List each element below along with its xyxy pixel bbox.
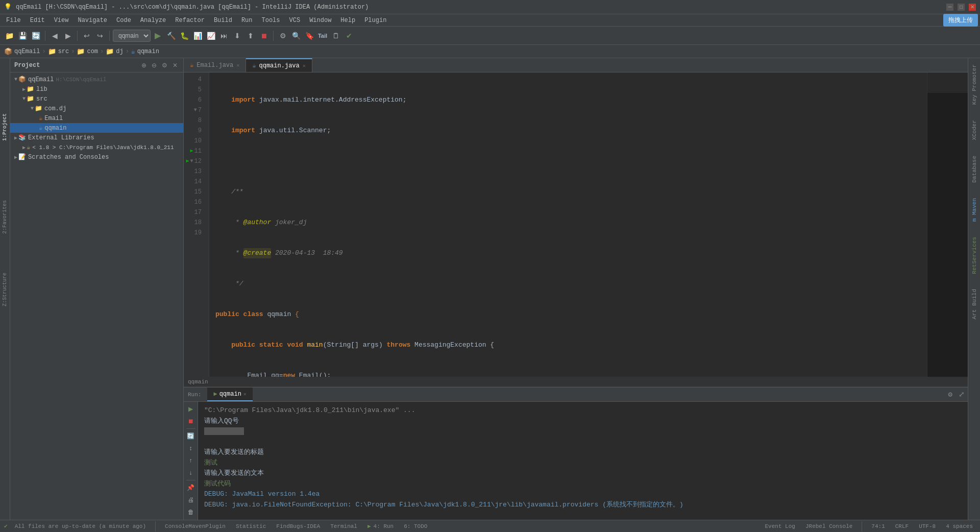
status-todo[interactable]: 6: TODO: [401, 523, 430, 529]
run-scroll-btn[interactable]: ↕: [186, 443, 196, 453]
run-config-dropdown[interactable]: qqmain: [113, 30, 151, 42]
status-position[interactable]: 74:1: [868, 523, 888, 529]
bookmark-button[interactable]: 🔖: [303, 30, 315, 42]
tab-qqmain-close[interactable]: ✕: [303, 63, 306, 69]
project-icon[interactable]: 📁: [3, 30, 15, 42]
tab-email-close[interactable]: ✕: [236, 62, 239, 68]
menu-build[interactable]: Build: [210, 16, 236, 25]
stop-button[interactable]: ⏹: [258, 30, 270, 42]
status-terminal[interactable]: Terminal: [327, 523, 360, 529]
tree-qqmain[interactable]: ☕ qqmain: [10, 123, 183, 133]
menu-view[interactable]: View: [50, 16, 73, 25]
redo-button[interactable]: ↪: [94, 30, 106, 42]
panel-settings-btn[interactable]: ⚙: [160, 61, 169, 69]
save-button[interactable]: 💾: [16, 30, 29, 42]
step-into-button[interactable]: ⬇: [231, 30, 243, 42]
right-tab-xcoder[interactable]: XCoder: [970, 116, 978, 144]
breadcrumb-file[interactable]: qqmain: [137, 48, 159, 55]
menu-refactor[interactable]: Refactor: [171, 16, 209, 25]
tree-src[interactable]: ▼ 📁 src: [10, 94, 183, 104]
status-statistic[interactable]: Statistic: [233, 523, 269, 529]
sidebar-tab-project[interactable]: 1:Project: [1, 109, 9, 145]
menu-file[interactable]: File: [2, 16, 25, 25]
run-tab-label[interactable]: Run:: [184, 388, 207, 401]
close-button[interactable]: ✕: [969, 4, 976, 11]
run-tab-close[interactable]: ✕: [243, 391, 247, 397]
status-run[interactable]: ▶4: Run: [364, 523, 397, 529]
menu-run[interactable]: Run: [237, 16, 257, 25]
fold-7[interactable]: ▼: [194, 105, 197, 115]
menu-analyze[interactable]: Analyze: [136, 16, 170, 25]
status-console-maven[interactable]: ConsoleMavenPlugin: [162, 523, 229, 529]
run-up-btn[interactable]: ↑: [186, 455, 196, 466]
run-tab-qqmain[interactable]: ▶ qqmain ✕: [207, 388, 252, 401]
run-settings-btn[interactable]: ⚙: [945, 389, 955, 400]
coverage-button[interactable]: 📊: [191, 30, 204, 42]
tree-lib[interactable]: ▶ 📁 lib: [10, 84, 183, 94]
fold-12[interactable]: ▼: [190, 156, 193, 166]
run-rerun-btn[interactable]: 🔄: [186, 431, 196, 441]
run-trash-btn[interactable]: 🗑: [186, 507, 196, 517]
sidebar-tab-favorites[interactable]: 2:Favorites: [1, 196, 9, 238]
right-tab-retservices[interactable]: RetServices: [970, 233, 978, 278]
breadcrumb-src[interactable]: src: [58, 48, 69, 55]
build-button[interactable]: 🔨: [165, 30, 177, 42]
run-play-btn[interactable]: ▶: [186, 404, 196, 414]
panel-collapse-btn[interactable]: ⊖: [150, 61, 158, 69]
menu-code[interactable]: Code: [112, 16, 135, 25]
search-button[interactable]: 🔍: [290, 30, 302, 42]
run-button[interactable]: ▶: [152, 30, 164, 42]
menu-tools[interactable]: Tools: [258, 16, 284, 25]
panel-add-btn[interactable]: ⊕: [140, 61, 148, 69]
forward-button[interactable]: ▶: [62, 30, 74, 42]
code-editor[interactable]: 4 5 6 ▼7 8 9 10 ▶11 ▶ ▼12: [184, 72, 968, 377]
run-down-btn[interactable]: ↓: [186, 468, 196, 478]
tree-email[interactable]: ☕ Email: [10, 113, 183, 123]
sidebar-tab-structure[interactable]: Z:Structure: [1, 269, 9, 310]
status-findbugs[interactable]: FindBugs-IDEA: [273, 523, 323, 529]
check-button[interactable]: ✔: [343, 30, 355, 42]
run-11[interactable]: ▶: [190, 146, 193, 156]
right-tab-artbuild[interactable]: Art Build: [970, 285, 978, 323]
menu-edit[interactable]: Edit: [26, 16, 49, 25]
tab-qqmain[interactable]: ☕ qqmain.java ✕: [246, 58, 312, 72]
right-tab-database[interactable]: Database: [970, 152, 978, 187]
breadcrumb-com[interactable]: com: [87, 48, 98, 55]
menu-window[interactable]: Window: [305, 16, 335, 25]
run-print-btn[interactable]: 🖨: [186, 495, 196, 505]
layout-button[interactable]: 🗒: [330, 30, 342, 42]
upload-button[interactable]: 拖拽上传: [943, 14, 978, 27]
code-content[interactable]: import javax.mail.internet.AddressExcept…: [209, 72, 927, 377]
status-crlf[interactable]: CRLF: [892, 523, 912, 529]
minimize-button[interactable]: ─: [946, 4, 953, 11]
menu-help[interactable]: Help: [336, 16, 359, 25]
step-out-button[interactable]: ⬆: [244, 30, 257, 42]
tree-jdk[interactable]: ▶ ☕ < 1.8 > C:\Program Files\Java\jdk1.8…: [10, 142, 183, 152]
run-expand-btn[interactable]: ⤢: [955, 389, 968, 400]
status-eventlog[interactable]: Event Log: [762, 523, 798, 529]
menu-navigate[interactable]: Navigate: [74, 16, 111, 25]
maximize-button[interactable]: □: [958, 4, 965, 11]
debug-button[interactable]: 🐛: [178, 30, 190, 42]
tab-email[interactable]: ☕ Email.java ✕: [184, 58, 246, 72]
menu-vcs[interactable]: VCS: [285, 16, 305, 25]
tree-root[interactable]: ▼ 📦 qqEmail H:\CSDN\qqEmail: [10, 75, 183, 84]
right-tab-key-promoter[interactable]: Key Promoter: [970, 60, 978, 109]
panel-close-btn[interactable]: ✕: [171, 61, 179, 69]
status-spaces[interactable]: 4 spaces: [943, 523, 976, 529]
tree-com-dj[interactable]: ▼ 📁 com.dj: [10, 104, 183, 113]
back-button[interactable]: ◀: [48, 30, 61, 42]
right-tab-maven[interactable]: m Maven: [970, 194, 978, 226]
settings-button[interactable]: ⚙: [277, 30, 289, 42]
menu-plugin[interactable]: Plugin: [360, 16, 390, 25]
tail-button[interactable]: Tail: [316, 30, 329, 42]
run-pin-btn[interactable]: 📌: [186, 482, 196, 493]
run-12[interactable]: ▶: [186, 156, 189, 166]
run-stop-btn[interactable]: ⏹: [186, 416, 196, 426]
undo-button[interactable]: ↩: [81, 30, 93, 42]
status-encoding[interactable]: UTF-8: [916, 523, 939, 529]
status-jrebel[interactable]: JRebel Console: [802, 523, 855, 529]
breadcrumb-project[interactable]: qqEmail: [14, 48, 40, 55]
step-over-button[interactable]: ⏭: [218, 30, 230, 42]
tree-ext-libs[interactable]: ▶ 📚 External Libraries: [10, 133, 183, 142]
